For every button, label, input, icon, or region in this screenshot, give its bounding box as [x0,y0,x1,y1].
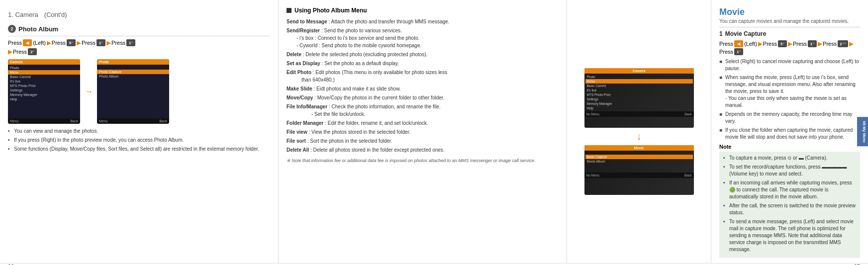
phone-image-2: Movic Basic Capture Movie Album No Menu … [584,145,694,195]
arrow-2: ▶ [77,40,81,46]
item-label: Move/Copy [287,95,313,100]
pi-item: Help [585,106,693,110]
black-square-icon [287,8,291,13]
movie-press-instruction: Press ◀ (Left) ▶ Press 5⁻ ▶ Press 1⁻ ▶ P… [719,40,860,55]
bullet-item-1: • You can view and manage the photos. [8,128,270,135]
note-item-text: To set the record/capture functions, pre… [729,164,856,177]
press-instruction-2: ▶ Press 2⁻ [8,48,270,55]
press-btn-2: 2⁻ [28,48,37,55]
bullet-dot: • [8,137,12,144]
press-btn-left: ◀ [23,39,32,46]
arrow-between-screens: → [84,87,93,97]
left-label: (Left) [744,41,757,47]
img1-header: Camera [584,68,694,74]
press-text-4: Press [111,40,125,46]
bullet-list: • You can view and manage the photos. • … [8,128,270,153]
press-text: Press [719,41,733,47]
menu-entry-file-sort: File sort : Sort the photos in the selec… [287,137,559,145]
item-desc: : Set the photo as a default display. [322,61,399,66]
movie-section-num: 1 [719,30,723,37]
arrow-1: ▶ [47,40,51,46]
img1-footer-l: No Menu [586,112,599,116]
screen2-header: Photo [97,59,169,65]
movie-notes: ■ Select (Right) to cancel movie capturi… [719,58,860,141]
item-sub: than 640x480.) [287,76,335,84]
menu-item: Photo Album [97,74,169,79]
item-sub: - Set the file lock/unlock. [287,110,365,118]
item-desc: : Send the photo to various services. [321,28,402,33]
menu-item: Settings [8,88,80,92]
chapter-cont: (Cont'd) [44,11,67,18]
item-desc: : Attach the photo and transfer through … [328,19,449,24]
note-item-text: If an incoming call arrives while captur… [729,179,856,200]
screen1-header: Camera [8,59,80,65]
menu-entry-delete-all: Delete All : Delete all photos stored in… [287,146,559,154]
menu-item-active: Menu [8,70,80,75]
phone-screen-1: Camera Photo Menu Basic Camrld It's live… [8,59,80,124]
press-btn-1m: 1⁻ [808,40,817,47]
item-desc: : Edit the folder, rename it, and set lo… [325,120,428,126]
phone-screen-2: Photo Photo Capture Photo Album Menu Bac… [97,59,169,124]
movie-note-3: ■ Depends on the memory capacity, the re… [719,111,860,125]
press-btn-2m: 2⁻⁻ [838,40,848,47]
img2-menu: Basic Capture Movie Album [584,151,694,165]
item-label: File Info/Manager [287,104,327,109]
note-bullet: ■ [719,111,723,125]
arrow-4: ▶ [8,49,12,55]
section-title: Photo Album [18,25,58,33]
img2-header: Movic [584,145,694,151]
item-desc: : Move/Copy the photos in the current fo… [314,95,444,100]
note-item-4: • After the call, the screen is switched… [723,202,856,216]
screen1-menu: Photo Menu Basic Camrld It's live MTS Ph… [8,65,80,118]
item-label: Delete [287,52,301,57]
item-desc: : Eidt photos and make it as slide show. [313,86,400,91]
screen1-footer: Menu Back [8,118,80,124]
screen2-menu: Photo Capture Photo Album [97,65,169,118]
press-btn-1m2: 1⁻ [734,48,743,55]
menu-item: Photo [8,66,80,70]
footer-right: Back [159,119,167,123]
item-label: Edit Photo [287,70,311,75]
page-footer: 96 97 [0,263,868,265]
press-text-3: Press [82,40,96,46]
item-label: Delete All [287,147,309,153]
note-item-text: To capture a movie, press ⊙ or ▬ (Camera… [729,155,828,162]
note-box: • To capture a movie, press ⊙ or ▬ (Came… [719,152,860,258]
press-btn-left-movie: ◀ [734,40,743,47]
item-label: Make Slide [287,86,312,91]
pi-item-active: Basic Capture [585,155,693,159]
section-divider [719,27,860,27]
menu-note: ※ Note that information fee or additiona… [287,158,559,164]
press-instruction-1: Press ◀ (Left) ▶ Press 5⁻ ▶ Press 1⁻ ▶ P… [8,39,270,46]
menu-entry-send-register: Send/Register : Send the photo to variou… [287,27,559,49]
bullet-text-3: Some functions (Display, Move/Copy files… [14,146,259,153]
menu-entry-move-copy: Move/Copy : Move/Copy the photos in the … [287,94,559,101]
menu-item: Help [8,97,80,101]
pi-item: MTS Photo Print [585,92,693,97]
menu-entry-delete: Delete : Delete the selected photo (excl… [287,51,559,58]
menu-entry-file-info: File Info/Manager : Check the photo info… [287,103,559,118]
arrow: ▶ [818,41,822,47]
photo-album-heading: 2 Photo Album [8,25,270,33]
movie-title: Movie [719,7,860,17]
phone-screenshots: Camera Photo Menu Basic Camrld It's live… [8,59,270,124]
bullet-dot: • [8,128,12,135]
menu-entry-make-slide: Make Slide : Eidt photos and make it as … [287,85,559,92]
bullet-item-2: • If you press (Right) in the photo prev… [8,137,270,144]
item-sub: - i's box : Connect to i's box service a… [287,34,419,42]
press-text-1: Press [8,40,22,46]
item-label: Send to Message [287,19,327,24]
footer-right: Back [70,119,78,123]
press-btn-5m: 5⁻ [778,40,787,47]
bullet-dot: • [8,146,12,153]
movie-capture-heading: 1 Movie Capture [719,30,860,37]
divider [8,36,270,36]
item-label: Send/Register [287,28,320,33]
press-btn-1b: 1⁻ [126,39,135,46]
menu-item: It's live [8,79,80,84]
footer-left: Menu [10,119,19,123]
menu-item: Basic Camrld [8,75,80,79]
note-item-5: • To send a movie message, press (Left) … [723,218,856,253]
item-label: Set as Display [287,61,320,66]
pi-item: Memory Manager [585,101,693,106]
